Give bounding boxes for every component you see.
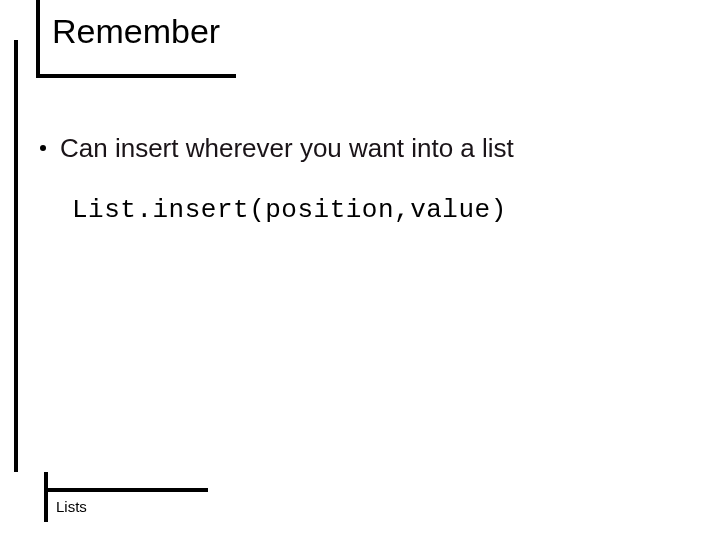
code-snippet: List.insert(position,value) (72, 195, 690, 225)
vertical-rule-left (14, 40, 18, 472)
bullet-text: Can insert wherever you want into a list (60, 132, 514, 165)
bullet-dot-icon (40, 145, 46, 151)
footer-label: Lists (56, 498, 87, 515)
slide: Remember Can insert wherever you want in… (0, 0, 720, 540)
title-horizontal-rule (36, 74, 236, 78)
footer-horizontal-rule (44, 488, 208, 492)
slide-title: Remember (52, 12, 220, 51)
footer-vertical-rule (44, 472, 48, 522)
bullet-item: Can insert wherever you want into a list (40, 132, 690, 165)
title-vertical-rule (36, 0, 40, 78)
slide-body: Can insert wherever you want into a list… (40, 132, 690, 225)
